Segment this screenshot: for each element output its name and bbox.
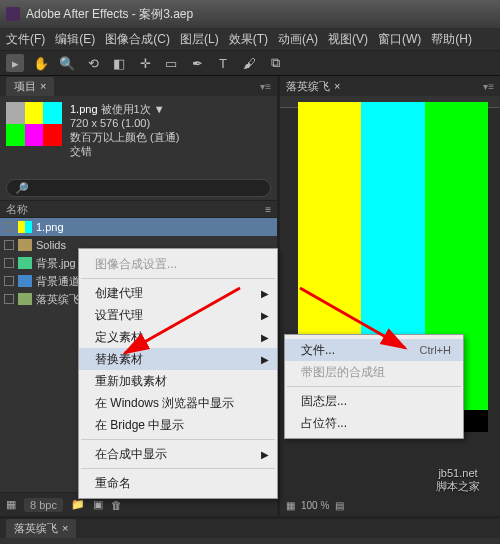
viewer-tab-row: 落英缤飞× ▾≡	[280, 76, 500, 96]
zoom-indicator[interactable]: 100 %	[301, 500, 329, 511]
watermark: jb51.net 脚本之家	[436, 467, 480, 494]
menu-item[interactable]: 在合成中显示▶	[79, 443, 277, 465]
text-tool[interactable]: T	[214, 54, 232, 72]
submenu: 文件...Ctrl+H带图层的合成组固态层...占位符...	[284, 334, 464, 439]
panel-menu-icon[interactable]: ▾≡	[483, 81, 494, 92]
interpret-button[interactable]: ▦	[6, 498, 16, 511]
bpc-indicator[interactable]: 8 bpc	[24, 498, 63, 512]
menu-view[interactable]: 视图(V)	[328, 31, 368, 48]
checkbox[interactable]	[4, 258, 14, 268]
item-label: Solids	[36, 239, 66, 251]
rotate-tool[interactable]: ⟲	[84, 54, 102, 72]
item-icon	[18, 257, 32, 269]
tool-bar: ▸ ✋ 🔍 ⟲ ◧ ✛ ▭ ✒ T 🖌 ⧉	[0, 50, 500, 76]
menu-item[interactable]: 替换素材▶	[79, 348, 277, 370]
rect-tool[interactable]: ▭	[162, 54, 180, 72]
menu-item[interactable]: 定义素材▶	[79, 326, 277, 348]
window-title: Adobe After Effects - 案例3.aep	[26, 6, 193, 23]
item-label: 背景.jpg	[36, 256, 76, 271]
selection-tool[interactable]: ▸	[6, 54, 24, 72]
checkbox[interactable]	[4, 222, 14, 232]
menu-composition[interactable]: 图像合成(C)	[105, 31, 170, 48]
menu-file[interactable]: 文件(F)	[6, 31, 45, 48]
viewer-tab[interactable]: 落英缤飞×	[286, 79, 340, 94]
checkbox[interactable]	[4, 240, 14, 250]
timeline-tab-row: 落英缤飞×	[0, 516, 500, 538]
menu-item[interactable]: 占位符...	[285, 412, 463, 434]
checkbox[interactable]	[4, 276, 14, 286]
menu-help[interactable]: 帮助(H)	[431, 31, 472, 48]
footage-thumbnail	[6, 102, 62, 146]
menu-effect[interactable]: 效果(T)	[229, 31, 268, 48]
menu-separator	[81, 468, 275, 469]
shortcut-label: Ctrl+H	[420, 344, 451, 356]
item-label: 1.png	[36, 221, 64, 233]
menu-item[interactable]: 创建代理▶	[79, 282, 277, 304]
list-header[interactable]: 名称 ≡	[0, 200, 277, 218]
dropdown-icon[interactable]: ▼	[154, 103, 165, 115]
item-icon	[18, 275, 32, 287]
grid-button[interactable]: ▤	[335, 500, 344, 511]
menu-separator	[287, 386, 461, 387]
menu-layer[interactable]: 图层(L)	[180, 31, 219, 48]
trash-button[interactable]: 🗑	[111, 499, 122, 511]
menu-item[interactable]: 在 Windows 浏览器中显示	[79, 392, 277, 414]
submenu-arrow-icon: ▶	[261, 449, 269, 460]
hand-tool[interactable]: ✋	[32, 54, 50, 72]
pen-tool[interactable]: ✒	[188, 54, 206, 72]
menu-bar: 文件(F) 编辑(E) 图像合成(C) 图层(L) 效果(T) 动画(A) 视图…	[0, 28, 500, 50]
search-icon: 🔎	[15, 182, 29, 195]
viewer-footer: ▦ 100 % ▤	[280, 494, 500, 516]
menu-item[interactable]: 文件...Ctrl+H	[285, 339, 463, 361]
footage-info: 1.png 被使用1次 ▼ 720 x 576 (1.00) 数百万以上颜色 (…	[70, 102, 179, 170]
menu-item[interactable]: 在 Bridge 中显示	[79, 414, 277, 436]
menu-item[interactable]: 固态层...	[285, 390, 463, 412]
zoom-tool[interactable]: 🔍	[58, 54, 76, 72]
menu-separator	[81, 278, 275, 279]
menu-item[interactable]: 重新加载素材	[79, 370, 277, 392]
menu-item[interactable]: 设置代理▶	[79, 304, 277, 326]
brush-tool[interactable]: 🖌	[240, 54, 258, 72]
menu-edit[interactable]: 编辑(E)	[55, 31, 95, 48]
item-icon	[18, 239, 32, 251]
item-icon	[18, 293, 32, 305]
header-menu-icon[interactable]: ≡	[265, 204, 271, 215]
timeline-tab[interactable]: 落英缤飞×	[6, 519, 76, 538]
new-folder-button[interactable]: 📁	[71, 498, 85, 511]
panel-menu-icon[interactable]: ▾≡	[260, 81, 271, 92]
close-icon[interactable]: ×	[62, 522, 68, 534]
menu-item: 带图层的合成组	[285, 361, 463, 383]
menu-item[interactable]: 重命名	[79, 472, 277, 494]
stamp-tool[interactable]: ⧉	[266, 54, 284, 72]
project-tab-row: 项目× ▾≡	[0, 76, 277, 96]
close-icon[interactable]: ×	[334, 80, 340, 92]
close-icon[interactable]: ×	[40, 80, 46, 92]
item-icon	[18, 221, 32, 233]
menu-item: 图像合成设置...	[79, 253, 277, 275]
submenu-arrow-icon: ▶	[261, 288, 269, 299]
menu-separator	[81, 439, 275, 440]
submenu-arrow-icon: ▶	[261, 332, 269, 343]
list-item[interactable]: 1.png	[0, 218, 277, 236]
title-bar: Adobe After Effects - 案例3.aep	[0, 0, 500, 28]
search-input[interactable]: 🔎	[6, 179, 271, 197]
item-label: 落英缤飞	[36, 292, 80, 307]
app-icon	[6, 7, 20, 21]
composition-viewer: 落英缤飞× ▾≡ ▦ 100 % ▤	[280, 76, 500, 516]
submenu-arrow-icon: ▶	[261, 354, 269, 365]
project-tab[interactable]: 项目×	[6, 77, 54, 96]
new-comp-button[interactable]: ▣	[93, 498, 103, 511]
anchor-tool[interactable]: ✛	[136, 54, 154, 72]
region-button[interactable]: ▦	[286, 500, 295, 511]
menu-window[interactable]: 窗口(W)	[378, 31, 421, 48]
camera-tool[interactable]: ◧	[110, 54, 128, 72]
context-menu: 图像合成设置...创建代理▶设置代理▶定义素材▶替换素材▶重新加载素材在 Win…	[78, 248, 278, 499]
menu-animation[interactable]: 动画(A)	[278, 31, 318, 48]
checkbox[interactable]	[4, 294, 14, 304]
submenu-arrow-icon: ▶	[261, 310, 269, 321]
